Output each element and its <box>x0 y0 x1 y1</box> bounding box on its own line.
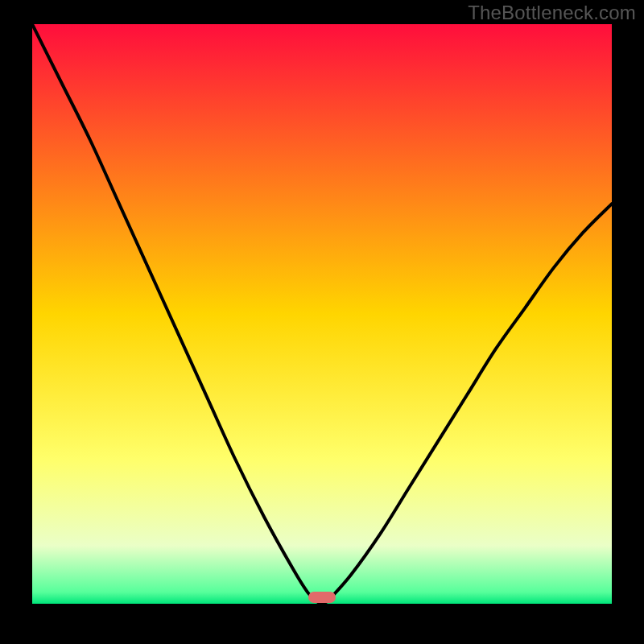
bottleneck-curve-layer <box>32 24 612 604</box>
bottleneck-curve <box>32 24 612 604</box>
chart-frame: TheBottleneck.com <box>0 0 644 644</box>
bottom-border <box>0 604 644 644</box>
watermark-text: TheBottleneck.com <box>468 2 636 24</box>
optimal-marker <box>308 592 336 603</box>
plot-area <box>32 24 612 604</box>
